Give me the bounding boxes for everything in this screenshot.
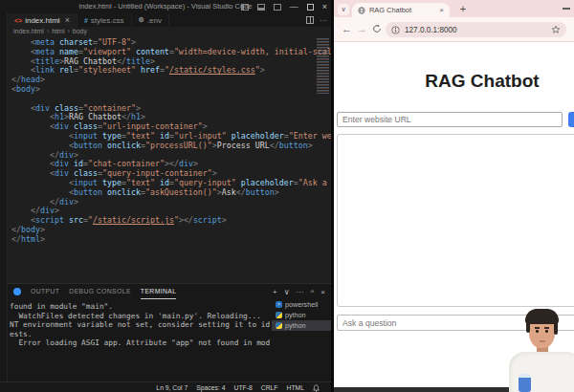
- html-file-icon: <>: [14, 17, 22, 24]
- terminal-output[interactable]: found in module "main". WatchFiles detec…: [8, 299, 270, 381]
- terminal-action-icon[interactable]: +: [273, 288, 277, 296]
- code-line: </head>: [11, 76, 331, 85]
- browser-window: ∨ RAG Chatbot × + ← →: [334, 0, 574, 392]
- python-icon: [276, 322, 282, 329]
- screen: index.html - Untitled (Workspace) - Visu…: [0, 0, 574, 392]
- terminal-instance-powershell[interactable]: >powershell: [272, 299, 331, 310]
- editor-tab-.env[interactable]: ⚙.env: [132, 13, 169, 27]
- breadcrumb-separator: ›: [67, 27, 69, 36]
- tab-label: index.html: [25, 16, 59, 25]
- terminal-instance-python[interactable]: python: [272, 310, 331, 320]
- code-area[interactable]: <meta charset="UTF-8"> <meta name="viewp…: [8, 36, 331, 245]
- status-bar: Ln 9, Col 7Spaces: 4UTF-8CRLFHTML: [0, 381, 331, 392]
- back-icon[interactable]: ←: [342, 17, 352, 42]
- chat-container: [337, 134, 574, 307]
- code-line: <body>: [11, 85, 331, 95]
- editor[interactable]: <meta charset="UTF-8"> <meta name="viewp…: [8, 36, 331, 283]
- close-tab-icon[interactable]: ×: [65, 15, 70, 25]
- code-line: </div>: [11, 198, 331, 207]
- breadcrumb-separator: ›: [47, 27, 49, 36]
- site-info-icon[interactable]: [391, 26, 400, 34]
- status-bar-items: Ln 9, Col 7Spaces: 4UTF-8CRLFHTML: [156, 382, 320, 392]
- code-line: </html>: [11, 235, 331, 245]
- tab-label: styles.css: [91, 16, 124, 25]
- process-url-button[interactable]: Process URL: [568, 112, 574, 127]
- status-item[interactable]: CRLF: [261, 384, 278, 391]
- terminal-line: found in module "main".: [10, 302, 268, 312]
- status-item[interactable]: HTML: [286, 384, 304, 391]
- terminal-line: NT environment variable not set, conside…: [10, 320, 268, 330]
- editor-tab-bar: <>index.html×#styles.css⚙.env: [8, 13, 331, 27]
- activity-bar-cropped: [0, 13, 8, 381]
- rag-chatbot-page: RAG Chatbot Process URL: [334, 42, 574, 392]
- tab-search-icon[interactable]: ∨: [338, 4, 349, 15]
- status-item[interactable]: Spaces: 4: [196, 384, 225, 391]
- terminal-instance-list: >powershellpythonpython: [272, 299, 331, 381]
- css-file-icon: #: [84, 17, 88, 24]
- terminal-line: WatchFiles detected changes in 'main.py'…: [10, 312, 268, 321]
- person-drink-can: [519, 374, 531, 392]
- gear-file-icon: ⚙: [139, 16, 144, 24]
- bookmark-star-icon[interactable]: [551, 25, 561, 34]
- globe-icon: [358, 7, 365, 14]
- editor-tab-index.html[interactable]: <>index.html×: [8, 13, 77, 27]
- editor-tab-styles.css[interactable]: #styles.css: [77, 13, 132, 27]
- notifications-bell-icon[interactable]: [313, 384, 320, 392]
- webcam-overlay-person: [513, 308, 574, 392]
- terminal-actions: +∨···^×: [273, 284, 325, 299]
- terminal-line: ests.: [10, 330, 268, 339]
- close-button[interactable]: ×: [322, 0, 327, 13]
- code-line: <link rel="stylesheet" href="/static/sty…: [11, 66, 331, 76]
- terminal-action-icon[interactable]: ×: [320, 288, 325, 296]
- breadcrumb-item[interactable]: html: [52, 27, 64, 36]
- toggle-sidebar-icon[interactable]: [241, 4, 249, 11]
- breadcrumb: index.html›html›body: [8, 27, 331, 36]
- new-tab-button[interactable]: +: [456, 3, 470, 16]
- address-bar[interactable]: 127.0.0.1:8000: [386, 22, 566, 37]
- terminal-instance-label: python: [285, 311, 306, 319]
- editor-more-actions-icon[interactable]: ···: [320, 16, 327, 25]
- vscode-window-title: index.html - Untitled (Workspace) - Visu…: [78, 2, 252, 11]
- url-text[interactable]: 127.0.0.1:8000: [405, 26, 546, 34]
- panel-tab-output[interactable]: OUTPUT: [31, 284, 59, 299]
- vscode-titlebar[interactable]: index.html - Untitled (Workspace) - Visu…: [0, 0, 331, 13]
- website-url-input[interactable]: [337, 112, 563, 127]
- code-line: </body>: [11, 226, 331, 235]
- minimap[interactable]: [317, 38, 329, 94]
- forward-icon[interactable]: →: [357, 17, 367, 42]
- browser-tabstrip: ∨ RAG Chatbot × +: [334, 0, 574, 17]
- tab-label: .env: [147, 16, 162, 25]
- maximize-button[interactable]: [307, 4, 314, 11]
- toggle-panel-icon[interactable]: [257, 4, 265, 11]
- terminal-action-icon[interactable]: ^: [311, 288, 315, 296]
- code-line: <script src="/static/script.js"></script…: [11, 216, 331, 226]
- status-item[interactable]: Ln 9, Col 7: [156, 384, 188, 391]
- panel-tab-terminal[interactable]: TERMINAL: [141, 284, 177, 299]
- split-editor-icon[interactable]: [306, 16, 314, 24]
- editor-tabs: <>index.html×#styles.css⚙.env: [8, 13, 169, 27]
- tab-close-icon[interactable]: ×: [439, 6, 444, 14]
- panel-chat-icon[interactable]: [13, 288, 21, 295]
- minimize-button[interactable]: —: [290, 0, 298, 13]
- browser-toolbar: ← → 127.0.0.1:8000: [334, 17, 574, 42]
- browser-minimize-icon[interactable]: [563, 8, 570, 10]
- bottom-panel: OUTPUTDEBUG CONSOLETERMINAL +∨···^× foun…: [8, 283, 331, 381]
- vscode-window: index.html - Untitled (Workspace) - Visu…: [0, 0, 331, 392]
- terminal-action-icon[interactable]: ∨: [284, 288, 290, 296]
- panel-tab-debug-console[interactable]: DEBUG CONSOLE: [69, 284, 131, 299]
- powershell-icon: >: [276, 301, 282, 308]
- browser-tab[interactable]: RAG Chatbot ×: [352, 3, 450, 17]
- browser-tab-title: RAG Chatbot: [369, 6, 435, 14]
- python-icon: [276, 312, 282, 318]
- status-item[interactable]: UTF-8: [233, 384, 252, 391]
- page-title: RAG Chatbot: [337, 71, 574, 92]
- terminal-instance-python[interactable]: python: [272, 320, 331, 331]
- customize-layout-icon[interactable]: [274, 4, 281, 11]
- terminal-action-icon[interactable]: ···: [297, 288, 304, 296]
- terminal-line: Error loading ASGI app. Attribute "app" …: [10, 338, 268, 348]
- terminal-instance-label: python: [285, 321, 306, 330]
- breadcrumb-item[interactable]: index.html: [13, 27, 44, 36]
- breadcrumb-item[interactable]: body: [73, 27, 87, 36]
- terminal-instance-label: powershell: [285, 300, 318, 309]
